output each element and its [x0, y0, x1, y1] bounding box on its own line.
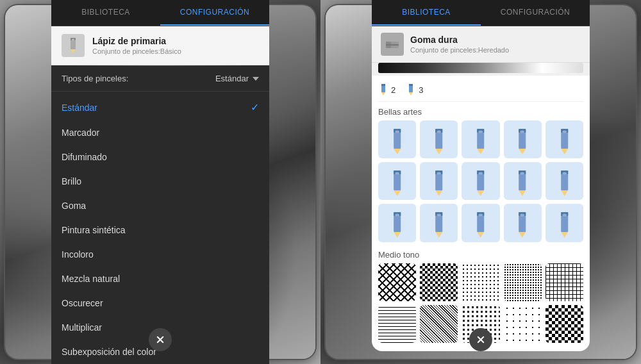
svg-point-44 — [479, 172, 483, 175]
menu-item-goma[interactable]: Goma — [51, 194, 269, 218]
halftone-thumb-2[interactable] — [462, 263, 499, 301]
svg-marker-38 — [435, 190, 442, 196]
close-button-right[interactable] — [469, 328, 492, 351]
menu-item-pintura-sintetica[interactable]: Pintura sintética — [51, 218, 269, 242]
svg-marker-22 — [477, 149, 484, 154]
svg-marker-34 — [394, 190, 401, 196]
preview-strip-container — [372, 63, 590, 76]
checkmark-icon: ✓ — [251, 101, 259, 113]
svg-rect-12 — [409, 84, 413, 86]
size-tab-2[interactable]: 2 — [378, 83, 395, 96]
menu-item-label-8: Oscurecer — [62, 298, 103, 308]
menu-item-incoloro[interactable]: Incoloro — [51, 242, 269, 267]
brush-subtitle-right: Conjunto de pinceles:Heredado — [410, 46, 509, 54]
brush-type-row[interactable]: Tipos de pinceles: Estándar — [51, 66, 269, 92]
brush-thumb-4[interactable] — [545, 120, 583, 158]
left-phone-panel: BIBLIOTECA CONFIGURACIÓN Lápiz de primar… — [0, 0, 320, 364]
svg-point-3 — [72, 39, 74, 41]
svg-rect-6 — [386, 44, 399, 46]
svg-point-68 — [520, 214, 525, 217]
menu-item-oscurecer[interactable]: Oscurecer — [51, 291, 269, 315]
brush-icon-right — [381, 33, 404, 56]
menu-item-label-3: Brillo — [62, 176, 81, 186]
pencil-svg-left — [64, 37, 82, 54]
brush-thumb-7[interactable] — [462, 162, 499, 200]
right-phone-panel: BIBLIOTECA CONFIGURACIÓN Goma dura Conju… — [320, 0, 641, 364]
svg-point-60 — [437, 214, 441, 217]
svg-point-24 — [479, 130, 483, 133]
menu-item-label-2: Difuminado — [62, 152, 107, 162]
brush-thumb-10[interactable] — [378, 204, 416, 242]
svg-marker-62 — [477, 233, 484, 238]
left-panel-overlay: BIBLIOTECA CONFIGURACIÓN Lápiz de primar… — [51, 0, 269, 364]
left-tab-bar: BIBLIOTECA CONFIGURACIÓN — [51, 0, 269, 26]
svg-marker-66 — [519, 233, 526, 238]
tab-configuracion-left[interactable]: CONFIGURACIÓN — [160, 0, 269, 26]
brush-thumb-5[interactable] — [378, 162, 416, 200]
menu-item-label-10: Subexposición del color — [62, 347, 156, 357]
svg-marker-58 — [435, 233, 442, 238]
halftone-thumb-0[interactable] — [378, 263, 416, 301]
brush-thumb-9[interactable] — [545, 162, 583, 200]
brush-thumb-3[interactable] — [504, 120, 542, 158]
halftone-thumb-9[interactable] — [545, 305, 583, 343]
category-label-medio-tono: Medio tono — [378, 250, 583, 260]
tab-biblioteca-left[interactable]: BIBLIOTECA — [51, 0, 160, 26]
brush-subtitle-left: Conjunto de pinceles:Básico — [92, 47, 181, 55]
size-tab-3[interactable]: 3 — [406, 83, 423, 96]
brush-info-right: Goma dura Conjunto de pinceles:Heredado — [410, 35, 509, 54]
svg-marker-14 — [394, 149, 401, 154]
svg-point-56 — [395, 214, 399, 217]
menu-item-label-5: Pintura sintética — [62, 225, 126, 235]
svg-point-20 — [437, 130, 441, 133]
right-tab-bar: BIBLIOTECA CONFIGURACIÓN — [372, 0, 590, 26]
brush-thumb-11[interactable] — [420, 204, 458, 242]
svg-marker-26 — [519, 149, 526, 154]
halftone-thumb-4[interactable] — [545, 263, 583, 301]
brush-thumb-6[interactable] — [420, 162, 458, 200]
svg-point-28 — [520, 130, 525, 133]
menu-item-label-4: Goma — [62, 201, 86, 211]
svg-point-52 — [562, 172, 567, 175]
brush-thumb-2[interactable] — [462, 120, 499, 158]
brush-thumb-12[interactable] — [462, 204, 499, 242]
svg-marker-70 — [561, 233, 568, 238]
halftone-thumb-3[interactable] — [504, 263, 542, 301]
menu-item-label-0: Estándar — [62, 103, 97, 113]
menu-item-label-9: Multiplicar — [62, 322, 102, 333]
brush-type-value: Estándar — [215, 74, 259, 83]
svg-point-32 — [562, 130, 567, 133]
svg-marker-18 — [435, 149, 442, 154]
halftone-thumb-5[interactable] — [378, 305, 416, 343]
svg-marker-30 — [561, 149, 568, 154]
menu-item-label-1: Marcador — [62, 128, 99, 138]
brush-thumb-13[interactable] — [504, 204, 542, 242]
menu-list: Estándar ✓ Marcador Difuminado Brillo Go… — [51, 92, 269, 364]
pencil-size-2-icon — [378, 83, 388, 96]
menu-item-marcador[interactable]: Marcador — [51, 120, 269, 145]
chevron-down-icon — [253, 77, 259, 81]
brush-scroll-area[interactable]: 2 3 Bellas artes — [372, 76, 590, 351]
halftone-thumb-6[interactable] — [420, 305, 458, 343]
menu-item-estandar[interactable]: Estándar ✓ — [51, 94, 269, 120]
eraser-svg-right — [383, 35, 401, 53]
menu-item-brillo[interactable]: Brillo — [51, 169, 269, 194]
svg-rect-9 — [381, 84, 385, 86]
tab-configuracion-right[interactable]: CONFIGURACIÓN — [481, 0, 590, 26]
close-button-left[interactable] — [149, 328, 172, 351]
menu-item-difuminado[interactable]: Difuminado — [51, 145, 269, 169]
menu-item-label-6: Incoloro — [62, 249, 94, 260]
halftone-thumb-8[interactable] — [504, 305, 542, 343]
halftone-thumb-1[interactable] — [420, 263, 458, 301]
brush-thumb-0[interactable] — [378, 120, 416, 158]
svg-marker-46 — [519, 190, 526, 196]
svg-point-16 — [395, 130, 399, 133]
menu-item-label-7: Mezcla natural — [62, 274, 120, 284]
svg-point-48 — [520, 172, 525, 175]
brush-thumb-1[interactable] — [420, 120, 458, 158]
tab-biblioteca-right[interactable]: BIBLIOTECA — [372, 0, 481, 26]
svg-marker-54 — [394, 233, 401, 238]
menu-item-mezcla-natural[interactable]: Mezcla natural — [51, 267, 269, 291]
brush-thumb-14[interactable] — [545, 204, 583, 242]
brush-thumb-8[interactable] — [504, 162, 542, 200]
